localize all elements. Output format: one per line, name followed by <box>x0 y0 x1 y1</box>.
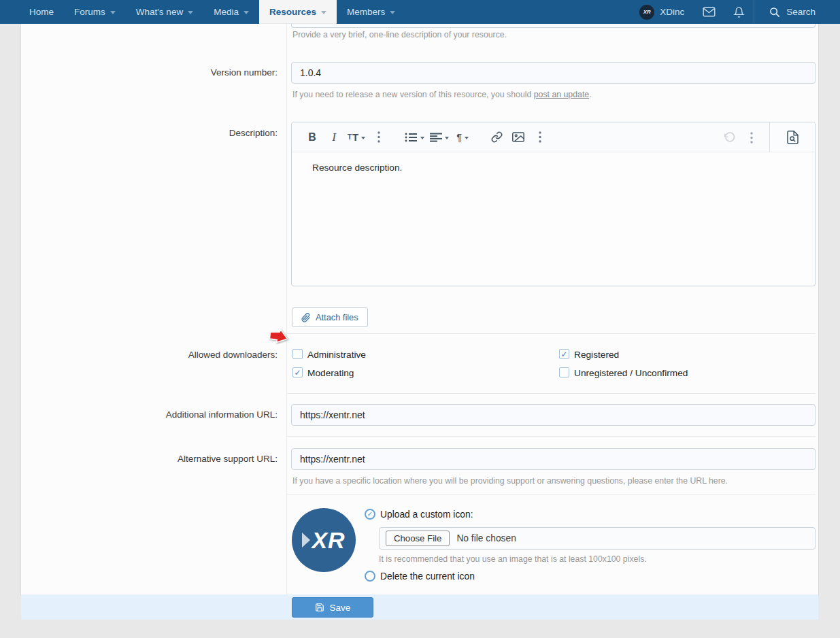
row-divider <box>286 436 816 437</box>
chevron-down-icon <box>243 11 249 14</box>
nav-item-label: Members <box>347 7 385 17</box>
checkbox-registered[interactable] <box>559 349 569 359</box>
allowed-downloaders-label: Allowed downloaders: <box>21 350 278 360</box>
checkbox-label-moderating[interactable]: Moderating <box>307 368 354 378</box>
nav-item-home[interactable]: Home <box>19 0 64 24</box>
preview-icon <box>786 131 799 144</box>
ellipsis-vertical-icon <box>750 132 753 144</box>
logo-text: XR <box>312 527 345 554</box>
editor-content[interactable]: Resource description. <box>292 152 815 282</box>
more-format-button[interactable] <box>371 128 387 147</box>
top-nav: Home Forums What's new Media Resources M… <box>0 0 840 24</box>
align-icon <box>430 133 442 142</box>
chevron-down-icon <box>465 137 469 139</box>
ellipsis-vertical-icon <box>377 131 380 143</box>
align-button[interactable] <box>430 128 449 147</box>
checkbox-label-unregistered[interactable]: Unregistered / Unconfirmed <box>574 368 688 378</box>
search-label: Search <box>786 7 816 17</box>
page: Home Forums What's new Media Resources M… <box>0 0 840 638</box>
row-divider <box>286 333 816 334</box>
delete-icon-label[interactable]: Delete the current icon <box>380 571 475 582</box>
list-icon <box>405 133 418 142</box>
post-an-update-link[interactable]: post an update <box>534 90 589 99</box>
save-label: Save <box>330 603 351 613</box>
nav-item-whats-new[interactable]: What's new <box>126 0 203 24</box>
alerts-button[interactable] <box>724 0 754 24</box>
attach-files-label: Attach files <box>316 312 358 322</box>
checkbox-administrative[interactable] <box>292 349 303 359</box>
logo-triangle <box>302 533 310 548</box>
chevron-down-icon <box>321 11 326 14</box>
editor-toolbar-right <box>722 122 815 152</box>
username: XDinc <box>660 7 684 17</box>
paragraph-format-button[interactable]: ¶ <box>454 128 471 147</box>
label-column-divider <box>286 24 287 594</box>
nav-tabs: Home Forums What's new Media Resources M… <box>0 0 405 24</box>
insert-link-button[interactable] <box>488 128 505 147</box>
additional-url-label: Additional information URL: <box>21 409 278 420</box>
search-icon <box>769 7 780 18</box>
attach-files-button[interactable]: Attach files <box>292 307 368 327</box>
bell-icon <box>733 6 745 18</box>
xtr-logo: XR <box>302 527 345 554</box>
nav-item-media[interactable]: Media <box>203 0 259 24</box>
save-button[interactable]: Save <box>292 597 373 618</box>
tagline-explain: Provide a very brief, one-line descripti… <box>292 30 507 39</box>
list-button[interactable] <box>405 128 424 147</box>
nav-item-label: Forums <box>74 7 105 17</box>
rich-text-editor: B I TT <box>291 122 816 286</box>
additional-url-input[interactable] <box>291 404 816 426</box>
nav-item-label: What's new <box>136 7 183 17</box>
nav-item-label: Media <box>214 7 239 17</box>
search-button[interactable]: Search <box>754 0 840 24</box>
choose-file-button[interactable]: Choose File <box>386 531 450 546</box>
support-url-label: Alternative support URL: <box>21 454 278 464</box>
version-number-label: Version number: <box>21 67 278 78</box>
description-text: Resource description. <box>312 163 402 173</box>
ellipsis-vertical-icon <box>539 131 541 143</box>
checkbox-label-administrative[interactable]: Administrative <box>307 350 366 360</box>
italic-button[interactable]: I <box>326 128 342 147</box>
description-label: Description: <box>21 128 278 138</box>
editor-toolbar: B I TT <box>292 122 815 152</box>
bold-button[interactable]: B <box>304 128 320 147</box>
resource-icon-preview: XR <box>292 508 356 572</box>
more-insert-button[interactable] <box>532 128 548 147</box>
version-number-input[interactable] <box>291 62 816 84</box>
chevron-down-icon <box>110 11 116 14</box>
link-icon <box>491 131 503 143</box>
no-file-chosen-text: No file chosen <box>456 533 516 543</box>
version-explain-text: If you need to release a new version of … <box>292 90 534 99</box>
support-url-input[interactable] <box>291 448 816 470</box>
undo-icon <box>724 131 736 144</box>
font-size-button[interactable]: TT <box>348 128 365 147</box>
user-menu[interactable]: XR XDinc <box>630 0 694 24</box>
chevron-down-icon <box>420 137 424 139</box>
nav-item-label: Resources <box>269 7 316 17</box>
chevron-down-icon <box>188 11 193 14</box>
chevron-down-icon <box>361 137 365 139</box>
checkbox-unregistered[interactable] <box>559 367 569 377</box>
chevron-down-icon <box>390 11 395 14</box>
editor-menu-button[interactable] <box>743 128 760 147</box>
radio-delete-icon[interactable] <box>365 571 375 582</box>
radio-upload-icon[interactable] <box>365 509 375 520</box>
upload-icon-label[interactable]: Upload a custom icon: <box>380 509 473 520</box>
tagline-input-bottom[interactable] <box>291 24 816 28</box>
envelope-icon <box>703 7 716 17</box>
checkbox-label-registered[interactable]: Registered <box>574 350 619 360</box>
nav-item-members[interactable]: Members <box>337 0 405 24</box>
file-upload-field: Choose File No file chosen <box>379 527 816 550</box>
nav-item-resources[interactable]: Resources <box>259 0 337 24</box>
preview-button[interactable] <box>769 122 815 152</box>
insert-image-button[interactable] <box>510 128 526 147</box>
inbox-button[interactable] <box>694 0 724 24</box>
version-explain: If you need to release a new version of … <box>292 90 592 99</box>
nav-right: XR XDinc Search <box>630 0 840 24</box>
nav-item-label: Home <box>29 7 54 17</box>
resource-edit-form: Provide a very brief, one-line descripti… <box>21 24 818 594</box>
nav-item-forums[interactable]: Forums <box>64 0 126 24</box>
save-icon <box>315 603 324 612</box>
checkbox-moderating[interactable] <box>292 367 303 377</box>
undo-button[interactable] <box>722 128 738 147</box>
